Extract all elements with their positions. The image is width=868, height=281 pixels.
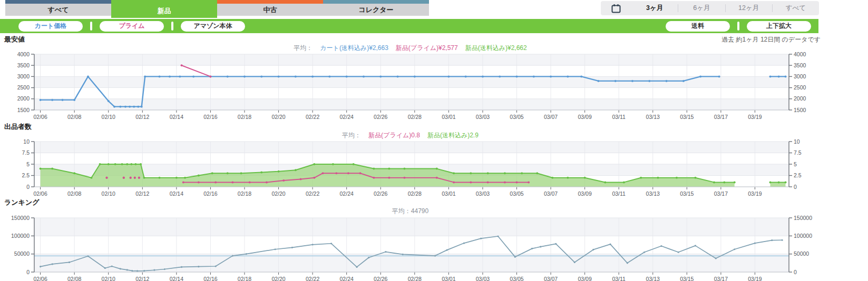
svg-text:03/07: 03/07 [544, 190, 558, 196]
price-chart[interactable]: 02/0602/0802/1002/1202/1402/1602/1802/20… [0, 52, 868, 121]
period-option-all[interactable]: すべて [773, 4, 819, 13]
svg-text:02/16: 02/16 [203, 114, 217, 120]
svg-text:03/09: 03/09 [578, 276, 591, 281]
svg-text:03/15: 03/15 [680, 276, 694, 281]
svg-text:02/20: 02/20 [271, 276, 285, 281]
cart-price-button[interactable]: カート価格 [18, 21, 83, 32]
svg-text:03/17: 03/17 [714, 114, 728, 120]
svg-text:02/28: 02/28 [408, 190, 422, 196]
svg-text:03/19: 03/19 [748, 276, 762, 281]
svg-text:0: 0 [794, 269, 797, 275]
svg-text:02/20: 02/20 [271, 190, 285, 196]
legend-item: 平均： [294, 44, 313, 53]
condition-tabbar: すべて 新品 中古 コレクター 3ヶ月 6ヶ月 12ヶ月 すべて [0, 0, 868, 17]
ranking-chart-title: ランキング [4, 198, 40, 207]
svg-text:2000: 2000 [17, 95, 30, 102]
legend-item: 新品(プライム)0.8 [368, 131, 420, 140]
shipping-button[interactable]: 送料 [666, 21, 730, 32]
price-chart-legend: 平均：カート(送料込み)¥2,663新品(プライム)¥2,577新品(送料込み)… [0, 44, 868, 52]
tab-accent-strip [111, 0, 217, 4]
svg-text:03/17: 03/17 [714, 276, 728, 281]
svg-text:02/16: 02/16 [203, 190, 217, 196]
svg-text:02/26: 02/26 [374, 190, 387, 196]
tab-new[interactable]: 新品 [111, 0, 217, 18]
svg-text:5: 5 [794, 161, 797, 167]
legend-item: 平均：44790 [392, 207, 428, 216]
period-option-6months[interactable]: 6ヶ月 [678, 4, 725, 13]
svg-text:02/26: 02/26 [374, 114, 387, 120]
tab-accent-strip [5, 0, 111, 4]
svg-text:03/13: 03/13 [646, 114, 660, 120]
legend-item: 平均： [342, 131, 361, 140]
svg-text:03/11: 03/11 [612, 276, 626, 281]
svg-text:03/11: 03/11 [612, 114, 626, 120]
svg-text:03/01: 03/01 [442, 114, 455, 120]
ranking-chart[interactable]: 02/0602/0802/1002/1202/1402/1602/1802/20… [0, 215, 868, 281]
svg-text:0: 0 [26, 269, 30, 275]
legend-item: 新品(送料込み)¥2,662 [465, 44, 527, 53]
svg-text:02/24: 02/24 [340, 190, 354, 196]
calendar-icon[interactable] [601, 4, 631, 13]
prime-button[interactable]: プライム [100, 21, 164, 32]
tab-accent-strip [217, 0, 323, 4]
svg-text:03/07: 03/07 [544, 276, 558, 281]
legend-item: 新品(プライム)¥2,577 [396, 44, 458, 53]
svg-text:03/15: 03/15 [680, 190, 694, 196]
svg-text:03/17: 03/17 [714, 190, 728, 196]
svg-text:03/09: 03/09 [578, 190, 591, 196]
svg-text:03/03: 03/03 [476, 114, 490, 120]
tab-all[interactable]: すべて [5, 0, 111, 16]
svg-text:02/18: 02/18 [238, 114, 251, 120]
svg-text:02/16: 02/16 [203, 276, 217, 281]
svg-text:03/05: 03/05 [510, 190, 523, 196]
svg-text:3500: 3500 [794, 62, 806, 68]
svg-text:03/19: 03/19 [748, 190, 762, 196]
svg-text:02/10: 02/10 [102, 114, 115, 120]
svg-text:03/13: 03/13 [646, 276, 660, 281]
svg-text:02/22: 02/22 [306, 276, 319, 281]
svg-text:2500: 2500 [17, 84, 30, 91]
svg-text:02/14: 02/14 [170, 190, 183, 196]
legend-item: 新品(送料込み)2.9 [427, 131, 479, 140]
svg-text:02/24: 02/24 [340, 114, 354, 120]
tab-label: すべて [5, 4, 111, 16]
svg-text:02/06: 02/06 [33, 276, 47, 281]
seller-count-chart[interactable]: 02/0602/0802/1002/1202/1402/1602/1802/20… [0, 139, 868, 196]
amazon-button[interactable]: アマゾン本体 [181, 21, 245, 32]
seller-count-chart-legend: 平均：新品(プライム)0.8新品(送料込み)2.9 [0, 132, 868, 139]
period-option-12months[interactable]: 12ヶ月 [726, 4, 772, 13]
tab-used[interactable]: 中古 [217, 0, 323, 16]
svg-text:0: 0 [794, 184, 797, 190]
svg-text:02/12: 02/12 [135, 114, 149, 120]
tab-label: 新品 [111, 4, 217, 18]
tab-collector[interactable]: コレクター [323, 0, 429, 16]
tab-label: 中古 [217, 4, 323, 16]
expand-vertical-button[interactable]: 上下拡大 [747, 21, 811, 32]
svg-text:5: 5 [26, 161, 30, 167]
svg-text:03/01: 03/01 [442, 276, 455, 281]
divider [171, 22, 173, 31]
price-chart-title: 最安値 [4, 35, 25, 44]
svg-text:02/06: 02/06 [33, 114, 47, 120]
svg-text:02/22: 02/22 [306, 114, 319, 120]
svg-text:03/05: 03/05 [510, 276, 523, 281]
legend-item: カート(送料込み)¥2,663 [320, 44, 388, 53]
tab-accent-strip [323, 0, 429, 4]
tab-label: コレクター [323, 4, 429, 16]
svg-text:2500: 2500 [794, 84, 806, 91]
divider [737, 22, 739, 31]
svg-text:7.5: 7.5 [22, 149, 30, 156]
svg-text:02/12: 02/12 [135, 190, 149, 196]
svg-text:02/10: 02/10 [102, 190, 115, 196]
period-option-3months[interactable]: 3ヶ月 [631, 4, 678, 13]
svg-text:03/05: 03/05 [510, 114, 523, 120]
svg-text:03/03: 03/03 [476, 190, 490, 196]
svg-text:50000: 50000 [794, 250, 809, 257]
svg-text:100000: 100000 [11, 233, 30, 239]
svg-text:02/08: 02/08 [67, 114, 81, 120]
svg-text:4000: 4000 [17, 52, 30, 57]
svg-text:02/14: 02/14 [170, 114, 183, 120]
svg-text:1500: 1500 [17, 107, 30, 113]
svg-text:02/08: 02/08 [67, 190, 81, 196]
svg-text:7.5: 7.5 [794, 149, 802, 156]
